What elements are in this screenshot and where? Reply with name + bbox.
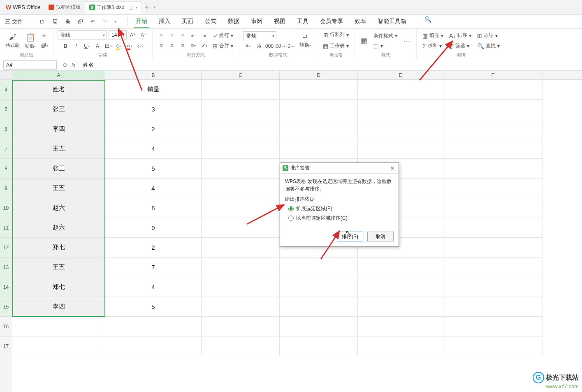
- select-all-corner[interactable]: [0, 71, 12, 79]
- menu-review[interactable]: 审阅: [249, 16, 264, 28]
- radio-expand-input[interactable]: [288, 206, 294, 211]
- cell-C10[interactable]: [202, 198, 280, 218]
- tab-dropdown-icon[interactable]: ▾: [135, 5, 137, 9]
- align-bottom-button[interactable]: ≡: [178, 32, 187, 40]
- radio-expand-selection[interactable]: 扩展选定区域(E): [288, 205, 394, 212]
- cell-F7[interactable]: [443, 139, 543, 159]
- fill-button[interactable]: ▥填充▾: [421, 31, 445, 40]
- cell-B11[interactable]: 9: [105, 218, 202, 238]
- cut-button[interactable]: ✂: [40, 32, 49, 40]
- percent-button[interactable]: %: [254, 42, 263, 50]
- align-middle-button[interactable]: ≡: [167, 32, 176, 40]
- comma-button[interactable]: 000: [265, 42, 274, 50]
- cell-C8[interactable]: [202, 159, 280, 179]
- cell-E15[interactable]: [358, 297, 443, 317]
- font-family-select[interactable]: 等线: [58, 30, 107, 39]
- style-more-button[interactable]: ⋯: [401, 35, 412, 46]
- bold-button[interactable]: B: [61, 42, 70, 50]
- orientation-button[interactable]: ⤢▾: [199, 42, 209, 50]
- cell-B12[interactable]: 2: [105, 238, 202, 257]
- cell-F17[interactable]: [443, 336, 543, 356]
- currency-button[interactable]: ¥▾: [243, 42, 253, 50]
- row-header-15[interactable]: 15: [0, 297, 12, 317]
- cell-A8[interactable]: 张三: [12, 159, 105, 179]
- cell-F4[interactable]: [443, 80, 543, 100]
- border-button[interactable]: 田▾: [104, 42, 113, 50]
- cell-A6[interactable]: 李四: [12, 119, 105, 139]
- cell-A5[interactable]: 张三: [12, 100, 105, 119]
- cell-C11[interactable]: [202, 218, 280, 238]
- cell-F15[interactable]: [443, 297, 543, 317]
- search-icon[interactable]: 🔍: [424, 16, 431, 28]
- row-header-8[interactable]: 8: [0, 159, 12, 179]
- cell-F8[interactable]: [443, 159, 543, 179]
- cell-B4[interactable]: 销量: [105, 80, 202, 100]
- menu-insert[interactable]: 插入: [157, 16, 172, 28]
- cell-B6[interactable]: 2: [105, 119, 202, 139]
- menu-efficiency[interactable]: 效率: [353, 16, 368, 28]
- menu-page[interactable]: 页面: [180, 16, 195, 28]
- cell-A10[interactable]: 赵六: [12, 198, 105, 218]
- cell-D6[interactable]: [280, 119, 358, 139]
- row-header-6[interactable]: 6: [0, 119, 12, 139]
- cell-A7[interactable]: 王五: [12, 139, 105, 159]
- save-icon[interactable]: 🖫: [51, 18, 59, 26]
- cell-A14[interactable]: 郑七: [12, 277, 105, 297]
- table-style-button[interactable]: ▦: [359, 35, 369, 46]
- row-header-7[interactable]: 7: [0, 139, 12, 159]
- clear-format-button[interactable]: ◇▾: [136, 42, 145, 50]
- cell-A4[interactable]: 姓名: [12, 80, 105, 100]
- cell-A15[interactable]: 李四: [12, 297, 105, 317]
- cell-D17[interactable]: [280, 336, 358, 356]
- cell-E14[interactable]: [358, 277, 443, 297]
- cell-A17[interactable]: [12, 336, 105, 356]
- cell-A12[interactable]: 郑七: [12, 238, 105, 257]
- decrease-decimal-button[interactable]: .0←: [286, 42, 295, 50]
- increase-decimal-button[interactable]: .00→: [276, 42, 285, 50]
- sort-button[interactable]: 排序(S): [337, 232, 363, 241]
- cell-C13[interactable]: [202, 257, 280, 277]
- decrease-font-button[interactable]: A⁻: [139, 31, 148, 39]
- tab-template-store[interactable]: 找稻壳模板: [44, 1, 85, 14]
- font-size-select[interactable]: 14: [109, 30, 127, 39]
- cell-D4[interactable]: [280, 80, 358, 100]
- strikethrough-button[interactable]: A: [93, 42, 102, 50]
- filter-button[interactable]: ▽筛选▾: [448, 42, 473, 50]
- cell-F16[interactable]: [443, 317, 543, 336]
- row-header-11[interactable]: 11: [0, 218, 12, 238]
- col-header-F[interactable]: F: [443, 71, 543, 79]
- menu-data[interactable]: 数据: [226, 16, 241, 28]
- undo-icon[interactable]: ↶: [89, 18, 97, 26]
- cell-F9[interactable]: [443, 179, 543, 198]
- cell-D16[interactable]: [280, 317, 358, 336]
- row-header-14[interactable]: 14: [0, 277, 12, 297]
- fill-color-button[interactable]: ◇▾: [114, 42, 123, 50]
- sum-button[interactable]: Σ求和▾: [421, 42, 445, 50]
- col-header-C[interactable]: C: [202, 71, 280, 79]
- decrease-indent-button[interactable]: ⇤: [189, 32, 198, 40]
- copy-button[interactable]: 🗐▾: [40, 42, 49, 50]
- cell-F10[interactable]: [443, 198, 543, 218]
- tab-workbook[interactable]: S 工作簿3.xlsx ▢ ▾: [85, 1, 142, 14]
- tab-dropdown-icon[interactable]: ▾: [153, 5, 155, 9]
- cell-C16[interactable]: [202, 317, 280, 336]
- menu-start[interactable]: 开始: [134, 16, 149, 28]
- cell-style-button[interactable]: ⬚▾: [372, 42, 399, 50]
- row-header-4[interactable]: 4: [0, 80, 12, 100]
- menu-formula[interactable]: 公式: [203, 16, 218, 28]
- cell-F13[interactable]: [443, 257, 543, 277]
- cell-B8[interactable]: 5: [105, 159, 202, 179]
- file-menu-button[interactable]: 三 文件: [3, 17, 24, 26]
- cell-F5[interactable]: [443, 100, 543, 119]
- cell-D5[interactable]: [280, 100, 358, 119]
- align-left-button[interactable]: ≡: [157, 42, 166, 50]
- cell-F14[interactable]: [443, 277, 543, 297]
- align-top-button[interactable]: ≡: [157, 32, 166, 40]
- menu-member[interactable]: 会员专享: [318, 16, 345, 28]
- row-header-10[interactable]: 10: [0, 198, 12, 218]
- cell-E17[interactable]: [358, 336, 443, 356]
- conditional-format-button[interactable]: 条件格式▾: [372, 32, 399, 40]
- align-justify-button[interactable]: ≡▾: [189, 42, 198, 50]
- merge-cells-button[interactable]: ⊞合并▾: [211, 42, 235, 50]
- cell-E7[interactable]: [358, 139, 443, 159]
